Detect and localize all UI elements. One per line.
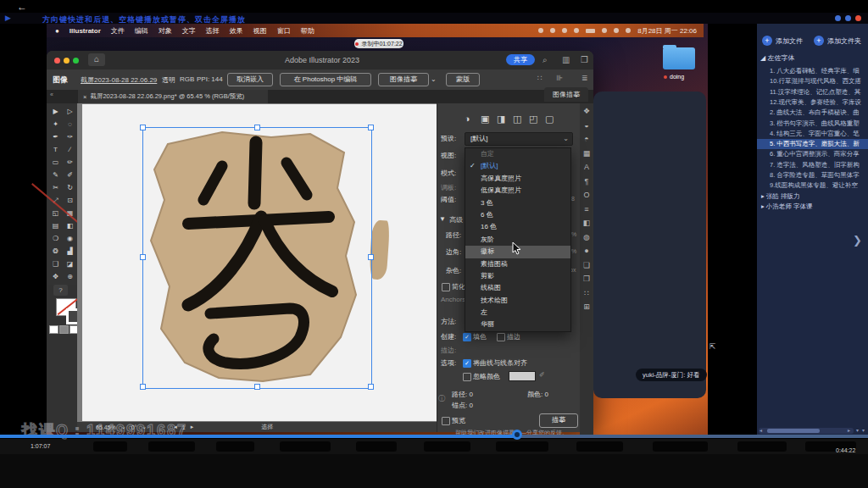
embedded-paper-image[interactable]	[144, 129, 369, 385]
folder-group[interactable]: ▸ 张皓 排版力	[757, 191, 868, 202]
preset-option-default[interactable]: ✓ [默认]	[465, 160, 570, 172]
preset-option-technical[interactable]: 技术绘图	[465, 295, 570, 307]
lesson-item[interactable]: 4. 结构三元、字面中宫重心、笔	[757, 129, 868, 139]
snap-curves-checkbox[interactable]: ✓	[463, 359, 471, 368]
mask-button[interactable]: 蒙版	[446, 73, 480, 86]
menu-help[interactable]: 帮助	[301, 26, 314, 36]
lesson-item[interactable]: 7. 造字法、风格塑造、旧字新构	[757, 160, 868, 170]
layers-icon[interactable]: ❏	[583, 261, 590, 269]
home-icon[interactable]: ⌂	[88, 53, 105, 66]
preset-option-silhouette[interactable]: 剪影	[465, 270, 570, 282]
zoom-traffic-light[interactable]	[73, 58, 79, 64]
gradient-mode-button[interactable]	[59, 325, 69, 334]
simplify-checkbox[interactable]	[442, 283, 450, 291]
stroke-icon[interactable]: ≡	[584, 205, 588, 214]
add-folder-button[interactable]: + 添加文件夹	[814, 34, 861, 47]
toolbar-collapse-icon[interactable]: «	[50, 92, 53, 97]
menu-object[interactable]: 对象	[159, 26, 172, 36]
preset-option-fancy[interactable]: 华丽	[465, 319, 570, 330]
symbol-sprayer-tool[interactable]: ❂	[48, 245, 63, 258]
transform-icon[interactable]: ⊞	[583, 302, 590, 311]
trace-auto-color-icon[interactable]: ◑	[465, 114, 470, 124]
sidebar-mini-button[interactable]: ▾	[862, 427, 865, 433]
transparency-icon[interactable]: ◍	[583, 233, 590, 241]
grid-options-icon[interactable]: ∷	[537, 74, 542, 82]
selection-tool[interactable]: ▶	[48, 105, 63, 118]
sync-icon[interactable]	[550, 28, 555, 33]
control-center-icon[interactable]	[626, 28, 631, 33]
battery-icon[interactable]	[586, 29, 595, 33]
lesson-item[interactable]: 2. 曲线大法、布白手稿秘诀、曲	[757, 108, 868, 118]
close-traffic-light[interactable]	[54, 58, 60, 64]
artboard-tool[interactable]: ❑	[48, 258, 63, 270]
help-tool-icon[interactable]: ?	[53, 285, 68, 296]
menubar-clock[interactable]: 8月28日 周一 22:06	[637, 26, 697, 36]
workspace-icon[interactable]: ❒	[581, 55, 588, 64]
advanced-caret-icon[interactable]: ▼	[439, 215, 446, 223]
trace-caret-icon[interactable]: ⌄	[431, 75, 437, 83]
scroll-left-icon[interactable]: ◂	[760, 427, 762, 433]
menu-effect[interactable]: 效果	[230, 26, 243, 36]
preset-option-custom[interactable]: 自定	[465, 148, 570, 160]
curvature-tool[interactable]: ✑	[63, 130, 77, 143]
menu-file[interactable]: 文件	[111, 26, 125, 36]
graph-tool[interactable]: ▟	[63, 245, 77, 258]
paintbrush-tool[interactable]: ✏	[63, 156, 77, 169]
character-icon[interactable]: A	[584, 163, 589, 171]
scissors-tool[interactable]: ✂	[48, 181, 63, 194]
hand-tool[interactable]: ✥	[48, 270, 63, 283]
seekbar-progress[interactable]	[0, 435, 517, 438]
shaper-tool[interactable]: ✐	[63, 169, 77, 181]
trace-black-white-icon[interactable]: ◰	[529, 114, 537, 125]
lesson-item-selected[interactable]: 5. 中西书写造字、磨损大法、新	[757, 139, 868, 149]
desktop-folder-icon[interactable]	[663, 47, 695, 69]
artboards-icon[interactable]: ❐	[583, 274, 590, 283]
pencil-tool[interactable]: ✎	[48, 169, 63, 181]
linked-file-name[interactable]: 截屏2023-08-28 22.06.29	[81, 75, 157, 85]
image-trace-panel-tab[interactable]: 图像描摹	[544, 87, 588, 102]
menu-select[interactable]: 选择	[206, 26, 220, 36]
search-icon[interactable]	[614, 28, 619, 33]
selection-handle[interactable]	[368, 384, 374, 390]
menu-window[interactable]: 窗口	[277, 26, 291, 36]
fills-checkbox[interactable]: ✓	[463, 333, 471, 341]
preset-option-high-fidelity[interactable]: 高保真度照片	[465, 173, 570, 185]
rotate-tool[interactable]: ↻	[63, 181, 77, 194]
trace-execute-button[interactable]: 描摹	[539, 413, 578, 428]
appearance-icon[interactable]: ●	[584, 247, 588, 255]
trace-low-color-icon[interactable]: ◨	[497, 114, 505, 125]
lesson-item[interactable]: 9.线面构成黑体专题、避让补空	[757, 180, 868, 191]
document-tab[interactable]: × 截屏2023-08-28 22.06.29.png* @ 65.45 % (…	[78, 90, 268, 103]
arrange-documents-icon[interactable]: ▥	[562, 55, 570, 64]
preset-option-zuo[interactable]: 左	[465, 307, 570, 319]
eyedropper-icon[interactable]: ✐	[539, 371, 545, 379]
preset-option-16-colors[interactable]: 16 色	[465, 221, 570, 233]
image-trace-button[interactable]: 图像描摹	[378, 73, 429, 86]
advanced-label[interactable]: 高级	[449, 215, 463, 225]
lesson-item[interactable]: 12.现代审美、参赛经验、字库设	[757, 97, 868, 108]
scroll-right-icon[interactable]: ▸	[848, 427, 850, 433]
share-icon[interactable]: ⇱	[709, 342, 716, 351]
ignore-color-swatch[interactable]	[509, 371, 536, 381]
color-guide-icon[interactable]: ◓	[584, 135, 588, 143]
pen-tool[interactable]: ✒	[48, 130, 63, 143]
search-icon[interactable]: ⌕	[542, 55, 548, 65]
time-machine-icon[interactable]	[538, 28, 543, 33]
strokes-checkbox[interactable]	[497, 333, 505, 341]
lesson-item[interactable]: 10.行草混排与现代风格、西文搭	[757, 76, 868, 86]
apple-menu-icon[interactable]: ●	[55, 27, 59, 35]
color-mode-button[interactable]	[49, 325, 58, 334]
opentype-icon[interactable]: O	[583, 191, 589, 199]
panel-menu-icon[interactable]: ≣	[581, 74, 588, 82]
edit-in-photoshop-button[interactable]: 在 Photoshop 中编辑	[280, 73, 371, 86]
rectangle-tool[interactable]: ▭	[48, 156, 63, 169]
paragraph-icon[interactable]: ¶	[585, 177, 589, 186]
preset-option-line-art[interactable]: 线稿图	[465, 282, 570, 294]
zoom-tool[interactable]: ⊕	[63, 270, 77, 283]
selection-handle[interactable]	[368, 254, 374, 260]
libraries-icon[interactable]: ❖	[583, 107, 590, 115]
lesson-item[interactable]: 6. 重心中宫调整演示、商家分享	[757, 149, 868, 159]
menu-view[interactable]: 视图	[253, 26, 267, 36]
next-artboard-icon[interactable]: ▸	[191, 424, 194, 430]
record-status-icon[interactable]	[562, 28, 567, 33]
